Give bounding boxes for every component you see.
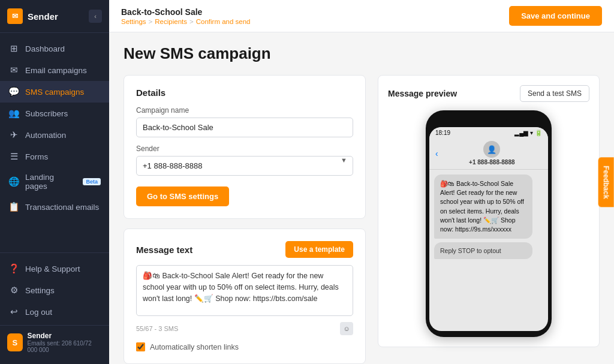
phone-screen: 18:19 ▂▄▆ ▾ 🔋 ‹ 👤 +1 888-888-8888 [429, 127, 548, 331]
phone-mockup: 18:19 ▂▄▆ ▾ 🔋 ‹ 👤 +1 888-888-8888 [426, 110, 552, 337]
auto-shorten-checkbox[interactable] [136, 342, 145, 351]
sidebar-item-settings[interactable]: ⚙ Settings [0, 279, 109, 301]
sidebar-item-label: Log out [25, 308, 52, 317]
right-column: Message preview Send a test SMS 18:19 ▂▄… [378, 75, 600, 364]
sidebar: ✉ Sender ‹ ⊞ Dashboard ✉ Email campaigns… [0, 0, 109, 364]
sms-icon: 💬 [8, 86, 19, 97]
message-actions: ☺ [340, 322, 353, 335]
sidebar-item-help[interactable]: ❓ Help & Support [0, 258, 109, 279]
automation-icon: ✈ [8, 130, 19, 140]
user-name: Sender [28, 332, 102, 340]
sidebar-item-automation[interactable]: ✈ Automation [0, 124, 109, 146]
landing-icon: 🌐 [8, 176, 19, 187]
two-column-layout: Details Campaign name Sender +1 888-888-… [124, 75, 600, 364]
sidebar-nav: ⊞ Dashboard ✉ Email campaigns 💬 SMS camp… [0, 33, 109, 252]
sidebar-collapse-button[interactable]: ‹ [89, 10, 102, 23]
sidebar-item-label: Dashboard [25, 44, 65, 53]
breadcrumb-confirm: Confirm and send [196, 18, 251, 25]
phone-status-bar: 18:19 ▂▄▆ ▾ 🔋 [429, 127, 548, 137]
sidebar-item-label: Subscribers [25, 109, 68, 118]
preview-card: Message preview Send a test SMS 18:19 ▂▄… [378, 75, 600, 347]
preview-header: Message preview Send a test SMS [388, 85, 589, 102]
sender-select[interactable]: +1 888-888-8888 [136, 156, 353, 176]
use-template-button[interactable]: Use a template [285, 241, 353, 258]
sidebar-item-logout[interactable]: ↩ Log out [0, 301, 109, 323]
user-avatar: S [7, 333, 23, 351]
sidebar-item-label: Settings [25, 286, 55, 295]
sidebar-item-dashboard[interactable]: ⊞ Dashboard [0, 38, 109, 59]
breadcrumb-sep1: > [149, 18, 153, 25]
sidebar-logo: ✉ Sender [7, 8, 58, 24]
sidebar-item-transactional-emails[interactable]: 📋 Transactional emails [0, 196, 109, 218]
left-column: Details Campaign name Sender +1 888-888-… [124, 75, 366, 364]
feedback-tab[interactable]: Feedback [598, 157, 613, 207]
sms-settings-button[interactable]: Go to SMS settings [136, 186, 229, 206]
topbar: Back-to-School Sale Settings > Recipient… [109, 0, 614, 32]
logout-icon: ↩ [8, 306, 19, 317]
subscribers-icon: 👥 [8, 108, 19, 119]
transactional-icon: 📋 [8, 201, 19, 212]
details-card: Details Campaign name Sender +1 888-888-… [124, 75, 366, 219]
message-text-card: Message text Use a template 🎒🛍 Back-to-S… [124, 228, 366, 364]
beta-badge: Beta [83, 178, 101, 185]
sender-label: Sender [136, 145, 353, 153]
brand-name: Sender [28, 11, 58, 22]
phone-chat-header: ‹ 👤 +1 888-888-8888 [429, 137, 548, 170]
phone-notch [471, 116, 507, 125]
sender-select-wrapper: Sender +1 888-888-8888 ▼ [136, 145, 353, 176]
auto-shorten-row: Automatically shorten links [136, 342, 353, 351]
settings-icon: ⚙ [8, 285, 19, 296]
sidebar-item-label: Transactional emails [25, 203, 99, 212]
topbar-left: Back-to-School Sale Settings > Recipient… [121, 7, 250, 25]
back-arrow-icon: ‹ [435, 149, 438, 158]
campaign-name-input[interactable] [136, 118, 353, 137]
sidebar-item-sms-campaigns[interactable]: 💬 SMS campaigns [0, 81, 109, 103]
page-title: New SMS campaign [124, 44, 600, 63]
sidebar-item-label: Landing pages [25, 173, 76, 191]
dashboard-icon: ⊞ [8, 43, 19, 54]
sidebar-user: S Sender Emails sent: 208 610/72 000 000 [0, 325, 109, 359]
campaign-name-label: Campaign name [136, 106, 353, 115]
sidebar-item-label: SMS campaigns [25, 88, 84, 97]
sidebar-header: ✉ Sender ‹ [0, 0, 109, 33]
phone-time: 18:19 [435, 130, 450, 136]
send-test-sms-button[interactable]: Send a test SMS [520, 85, 589, 102]
sidebar-item-subscribers[interactable]: 👥 Subscribers [0, 103, 109, 124]
details-card-title: Details [136, 88, 353, 98]
message-textarea[interactable]: 🎒🛍 Back-to-School Sale Alert! Get ready … [136, 265, 353, 316]
user-emails-sent: Emails sent: 208 610/72 000 000 [28, 340, 102, 353]
sidebar-item-email-campaigns[interactable]: ✉ Email campaigns [0, 59, 109, 81]
phone-number: +1 888-888-8888 [469, 159, 514, 166]
char-count: 55/67 - 3 SMS [136, 325, 178, 332]
main-area: Back-to-School Sale Settings > Recipient… [109, 0, 614, 364]
save-continue-button[interactable]: Save and continue [509, 6, 602, 26]
chat-avatar: 👤 [483, 141, 500, 158]
sidebar-item-label: Help & Support [25, 264, 80, 273]
breadcrumb: Settings > Recipients > Confirm and send [121, 18, 250, 25]
message-card-title: Message text [136, 245, 192, 255]
sidebar-item-label: Email campaigns [25, 66, 87, 75]
breadcrumb-settings[interactable]: Settings [121, 18, 146, 25]
content-area: New SMS campaign Details Campaign name S… [109, 32, 614, 364]
sidebar-item-label: Automation [25, 131, 66, 140]
breadcrumb-sep2: > [189, 18, 194, 25]
message-card-header: Message text Use a template [136, 241, 353, 258]
stop-bubble: Reply STOP to optout [434, 242, 532, 259]
emoji-icon[interactable]: ☺ [340, 322, 353, 335]
preview-title: Message preview [388, 89, 457, 98]
help-icon: ❓ [8, 263, 19, 274]
forms-icon: ☰ [8, 151, 19, 162]
message-footer: 55/67 - 3 SMS ☺ [136, 322, 353, 335]
breadcrumb-recipients[interactable]: Recipients [155, 18, 187, 25]
user-info: Sender Emails sent: 208 610/72 000 000 [28, 332, 102, 353]
message-bubble: 🎒🛍 Back-to-School Sale Alert! Get ready … [434, 175, 532, 239]
sidebar-item-landing-pages[interactable]: 🌐 Landing pages Beta [0, 167, 109, 196]
sidebar-footer: ❓ Help & Support ⚙ Settings ↩ Log out S … [0, 252, 109, 364]
email-icon: ✉ [8, 65, 19, 76]
phone-signal: ▂▄▆ ▾ 🔋 [514, 130, 542, 136]
sidebar-item-forms[interactable]: ☰ Forms [0, 146, 109, 167]
phone-messages: 🎒🛍 Back-to-School Sale Alert! Get ready … [429, 170, 548, 264]
logo-icon: ✉ [7, 8, 23, 24]
auto-shorten-label[interactable]: Automatically shorten links [150, 343, 239, 351]
sidebar-item-label: Forms [25, 152, 48, 161]
